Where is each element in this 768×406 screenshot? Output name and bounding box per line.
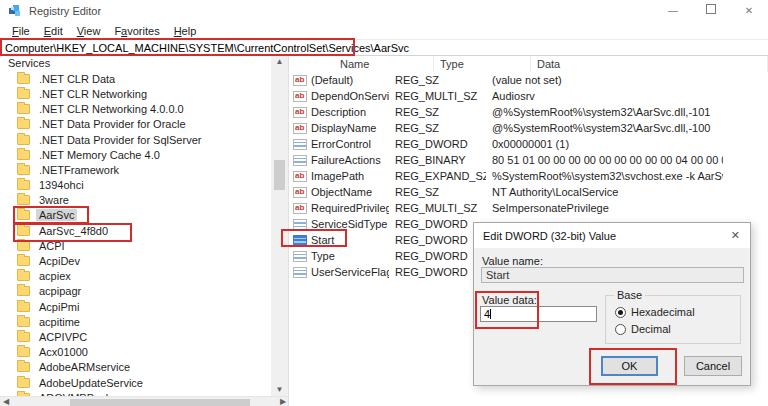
menu-item[interactable]: Favorites [107, 25, 166, 37]
folder-icon [17, 135, 30, 145]
tree-item[interactable]: .NETFramework [0, 162, 271, 177]
tree-item[interactable]: 1394ohci [0, 178, 271, 193]
tree-item[interactable]: AcpiPmi [0, 299, 271, 314]
tree-content: Services .NET CLR Data .NET CLR Networki… [0, 56, 271, 406]
value-type: REG_MULTI_SZ [389, 90, 486, 102]
value-data: SeImpersonatePrivilege [486, 202, 723, 214]
tree-item[interactable]: Acx01000 [0, 345, 271, 360]
tree-item-label: ACPI [36, 240, 68, 252]
value-row[interactable]: DependOnService REG_MULTI_SZ Audiosrv [289, 88, 768, 104]
value-type: REG_DWORD [389, 266, 486, 278]
value-data: @%SystemRoot%\system32\AarSvc.dll,-100 [486, 122, 723, 134]
folder-icon [17, 378, 30, 388]
column-header[interactable]: Type [434, 56, 531, 72]
folder-icon [17, 241, 30, 251]
value-row[interactable]: (Default) REG_SZ (value not set) [289, 72, 768, 88]
tree-item[interactable]: .NET CLR Networking 4.0.0.0 [0, 102, 271, 117]
value-data: 80 51 01 00 00 00 00 00 00 00 00 00 04 0… [486, 154, 723, 166]
tree-item[interactable]: acpitime [0, 314, 271, 329]
cancel-button[interactable]: Cancel [684, 356, 742, 376]
folder-icon [17, 362, 30, 372]
value-type-icon [293, 107, 307, 118]
value-row[interactable]: DisplayName REG_SZ @%SystemRoot%\system3… [289, 120, 768, 136]
menu-item[interactable]: File [5, 25, 37, 37]
tree-item[interactable]: AarSvc_4f8d0 [0, 223, 271, 238]
value-row[interactable]: ObjectName REG_SZ NT Authority\LocalServ… [289, 184, 768, 200]
value-row[interactable]: ErrorControl REG_DWORD 0x00000001 (1) [289, 136, 768, 152]
value-data-input[interactable]: 4 [480, 306, 597, 322]
value-type: REG_SZ [389, 186, 486, 198]
menu-item[interactable]: Help [167, 25, 204, 37]
value-type: REG_DWORD [389, 218, 486, 230]
ok-button[interactable]: OK [601, 356, 658, 376]
value-type-icon [293, 91, 307, 102]
tree-item-label: 3ware [36, 194, 72, 206]
tree-item-label: .NET Data Provider for Oracle [36, 118, 189, 130]
tree-item-label: AdobeUpdateService [36, 377, 146, 389]
value-data: 0x00000001 (1) [486, 138, 723, 150]
tree-item-label: AcpiDev [36, 255, 83, 267]
folder-icon [17, 104, 30, 114]
titlebar: Registry Editor [0, 0, 768, 22]
column-header[interactable]: Data [531, 56, 768, 72]
value-type: REG_SZ [389, 74, 486, 86]
vertical-scroll-thumb[interactable] [274, 160, 285, 190]
folder-icon [17, 347, 30, 357]
tree-item-label: .NET Data Provider for SqlServer [36, 134, 204, 146]
folder-icon [17, 89, 30, 99]
tree-root-services[interactable]: Services [0, 56, 271, 71]
folder-icon [17, 74, 30, 84]
minimize-icon[interactable] [654, 0, 692, 22]
close-icon[interactable] [730, 0, 768, 22]
scroll-up-icon[interactable]: ▲ [271, 56, 288, 68]
scroll-right-icon[interactable]: ▶ [277, 397, 289, 406]
window-title: Registry Editor [29, 5, 101, 17]
tree-item[interactable]: acpipagr [0, 284, 271, 299]
horizontal-scroll-thumb[interactable] [70, 399, 250, 406]
value-name: ImagePath [311, 170, 364, 182]
tree-item[interactable]: .NET CLR Networking [0, 86, 271, 101]
value-row[interactable]: FailureActions REG_BINARY 80 51 01 00 00… [289, 152, 768, 168]
folder-icon [17, 165, 30, 175]
address-bar[interactable]: Computer\HKEY_LOCAL_MACHINE\SYSTEM\Curre… [0, 39, 768, 56]
value-row[interactable]: Description REG_SZ @%SystemRoot%\system3… [289, 104, 768, 120]
window-controls [654, 0, 768, 22]
column-header[interactable]: Name [334, 56, 434, 72]
tree-item[interactable]: .NET CLR Data [0, 71, 271, 86]
tree-item[interactable]: AcpiDev [0, 253, 271, 268]
radio-decimal[interactable]: Decimal [615, 323, 671, 335]
tree-item[interactable]: acpiex [0, 269, 271, 284]
maximize-icon[interactable] [692, 0, 730, 22]
scroll-down-icon[interactable]: ▼ [271, 384, 288, 396]
tree-item[interactable]: AdobeARMservice [0, 360, 271, 375]
value-row[interactable]: ImagePath REG_EXPAND_SZ %SystemRoot%\sys… [289, 168, 768, 184]
radio-hexadecimal[interactable]: Hexadecimal [615, 306, 695, 318]
scroll-left-icon[interactable]: ◀ [0, 397, 12, 406]
folder-icon [17, 317, 30, 327]
tree-item[interactable]: .NET Memory Cache 4.0 [0, 147, 271, 162]
value-data: @%SystemRoot%\system32\AarSvc.dll,-101 [486, 106, 723, 118]
tree-vertical-scrollbar[interactable]: ▲ ▼ [271, 56, 288, 396]
value-name: ObjectName [311, 186, 372, 198]
tree-horizontal-scrollbar[interactable]: ◀ ▶ [0, 396, 289, 406]
tree-item[interactable]: ACPI [0, 238, 271, 253]
tree-item[interactable]: AdobeUpdateService [0, 375, 271, 390]
tree-item[interactable]: .NET Data Provider for Oracle [0, 117, 271, 132]
value-type: REG_DWORD [389, 250, 486, 262]
tree-item[interactable]: AarSvc [0, 208, 271, 223]
tree-item[interactable]: ACPIVPC [0, 329, 271, 344]
menu-item[interactable]: Edit [37, 25, 70, 37]
value-type-icon [293, 155, 307, 166]
value-type: REG_MULTI_SZ [389, 202, 486, 214]
tree-item-label: .NET CLR Networking 4.0.0.0 [36, 103, 187, 115]
menu-item[interactable]: View [70, 25, 108, 37]
tree-item[interactable]: .NET Data Provider for SqlServer [0, 132, 271, 147]
dialog-close-icon[interactable] [731, 229, 740, 242]
folder-icon [17, 302, 30, 312]
tree-item-label: acpitime [36, 316, 83, 328]
menu-bar: File Edit View Favorites Help [0, 22, 768, 39]
tree-item[interactable]: 3ware [0, 193, 271, 208]
value-type-icon [293, 203, 307, 214]
tree-item-label: .NET Memory Cache 4.0 [36, 149, 163, 161]
value-row[interactable]: RequiredPrivileges REG_MULTI_SZ SeImpers… [289, 200, 768, 216]
